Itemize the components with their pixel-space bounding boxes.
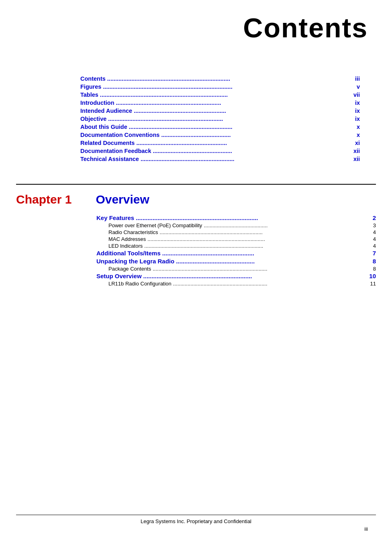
- chapter-toc-dots: ........................................…: [162, 250, 364, 257]
- chapter-toc-label: Setup Overview: [96, 273, 142, 279]
- sub-toc-dots: ........................................…: [160, 229, 364, 235]
- toc-entry-dots: ........................................…: [129, 124, 346, 130]
- toc-entry: Contents................................…: [80, 75, 360, 82]
- sub-toc-label: LR11b Radio Configuration: [108, 281, 172, 287]
- toc-entry: Tables..................................…: [80, 92, 360, 98]
- toc-entry-dots: ........................................…: [116, 100, 346, 106]
- sub-toc-entry: MAC Addresses...........................…: [96, 236, 376, 242]
- sub-toc-page: 3: [366, 222, 376, 228]
- footer-page-number: iii: [0, 526, 392, 532]
- toc-entry-page: ix: [348, 116, 360, 122]
- toc-entry-label: Documentation Conventions: [80, 132, 159, 138]
- toc-entry: Intended Audience.......................…: [80, 108, 360, 114]
- title-section: Contents: [0, 0, 392, 43]
- sub-toc-page: 8: [366, 266, 376, 272]
- chapter-toc-page: 2: [366, 214, 376, 221]
- chapter-toc-entry: Key Features............................…: [96, 214, 376, 221]
- toc-section: Contents................................…: [0, 43, 392, 162]
- toc-entry-label: Tables: [80, 92, 98, 98]
- sub-toc-dots: ........................................…: [144, 243, 364, 249]
- toc-entry-label: Intended Audience: [80, 108, 132, 114]
- chapter-toc-label: Key Features: [96, 214, 134, 221]
- sub-toc-label: Power over Ethernet (PoE) Compatibility: [108, 222, 202, 228]
- chapter-section: Chapter 1 Overview Key Features.........…: [0, 185, 392, 287]
- toc-entry-label: Related Documents: [80, 140, 135, 146]
- toc-entry: Technical Assistance....................…: [80, 156, 360, 162]
- chapter-toc-dots: ........................................…: [176, 258, 364, 265]
- sub-toc-entry: LED Indicators..........................…: [96, 243, 376, 249]
- chapter-toc-label: Unpacking the Legra Radio: [96, 258, 174, 265]
- chapter-toc-entry: Unpacking the Legra Radio...............…: [96, 258, 376, 265]
- toc-entry-page: v: [348, 84, 360, 90]
- chapter-toc-page: 8: [366, 258, 376, 265]
- toc-entry-page: vii: [348, 92, 360, 98]
- toc-entry-page: x: [348, 124, 360, 130]
- sub-toc-entry: Radio Characteristics...................…: [96, 229, 376, 235]
- chapter-title: Overview: [96, 193, 149, 206]
- sub-toc-page: 11: [366, 281, 376, 287]
- sub-toc-page: 4: [366, 243, 376, 249]
- toc-entry-label: Contents: [80, 75, 106, 82]
- toc-entry: About this Guide........................…: [80, 124, 360, 130]
- footer: Legra Systems Inc. Proprietary and Confi…: [0, 515, 392, 532]
- chapter-toc-page: 10: [366, 273, 376, 279]
- toc-entry-label: Introduction: [80, 100, 114, 106]
- page-title: Contents: [243, 12, 368, 43]
- toc-entry-page: iii: [348, 75, 360, 82]
- toc-entry: Documentation Conventions...............…: [80, 132, 360, 138]
- page: Contents Contents.......................…: [0, 0, 392, 544]
- divider-section: [0, 164, 392, 185]
- toc-entry-label: Documentation Feedback: [80, 148, 151, 154]
- sub-toc-dots: ........................................…: [173, 281, 364, 287]
- chapter-header: Chapter 1 Overview: [16, 193, 376, 206]
- footer-company: Legra Systems Inc. Proprietary and Confi…: [24, 518, 368, 524]
- toc-entry-label: About this Guide: [80, 124, 127, 130]
- toc-entry-label: Technical Assistance: [80, 156, 139, 162]
- toc-entry-page: xii: [348, 156, 360, 162]
- toc-entry: Figures.................................…: [80, 84, 360, 90]
- chapter-toc-dots: ........................................…: [143, 273, 364, 279]
- chapter-toc: Key Features............................…: [16, 214, 376, 287]
- toc-entry-dots: ........................................…: [161, 132, 346, 138]
- toc-entry-dots: ........................................…: [153, 148, 346, 154]
- sub-toc-entry: LR11b Radio Configuration...............…: [96, 281, 376, 287]
- chapter-toc-entry: Additional Tools/Items..................…: [96, 250, 376, 257]
- toc-entry: Objective...............................…: [80, 116, 360, 122]
- toc-entry-page: xii: [348, 148, 360, 154]
- toc-entry-page: xi: [348, 140, 360, 146]
- sub-toc-page: 4: [366, 229, 376, 235]
- toc-entry-page: ix: [348, 108, 360, 114]
- toc-entry-dots: ........................................…: [108, 116, 346, 122]
- toc-entry-dots: ........................................…: [103, 84, 346, 90]
- chapter-toc-page: 7: [366, 250, 376, 257]
- toc-entry-dots: ........................................…: [136, 140, 346, 146]
- sub-toc-dots: ........................................…: [147, 236, 364, 242]
- toc-entry: Introduction............................…: [80, 100, 360, 106]
- toc-entry-dots: ........................................…: [107, 75, 346, 82]
- toc-entry-label: Figures: [80, 84, 101, 90]
- sub-toc-label: Radio Characteristics: [108, 229, 158, 235]
- chapter-toc-dots: ........................................…: [136, 214, 364, 221]
- toc-entry-dots: ........................................…: [100, 92, 346, 98]
- sub-toc-label: Package Contents: [108, 266, 151, 272]
- sub-toc-label: MAC Addresses: [108, 236, 146, 242]
- toc-entry: Documentation Feedback..................…: [80, 148, 360, 154]
- toc-entry-page: x: [348, 132, 360, 138]
- sub-toc-dots: ........................................…: [204, 222, 364, 228]
- toc-entry-page: ix: [348, 100, 360, 106]
- sub-toc-dots: ........................................…: [153, 266, 364, 272]
- toc-entry-dots: ........................................…: [141, 156, 346, 162]
- chapter-toc-entry: Setup Overview..........................…: [96, 273, 376, 279]
- toc-entry-label: Objective: [80, 116, 106, 122]
- chapter-label: Chapter 1: [16, 193, 71, 206]
- sub-toc-entry: Power over Ethernet (PoE) Compatibility.…: [96, 222, 376, 228]
- footer-divider: [16, 515, 376, 515]
- chapter-toc-label: Additional Tools/Items: [96, 250, 161, 257]
- toc-entry: Related Documents.......................…: [80, 140, 360, 146]
- sub-toc-entry: Package Contents........................…: [96, 266, 376, 272]
- toc-entry-dots: ........................................…: [134, 108, 346, 114]
- sub-toc-page: 4: [366, 236, 376, 242]
- sub-toc-label: LED Indicators: [108, 243, 143, 249]
